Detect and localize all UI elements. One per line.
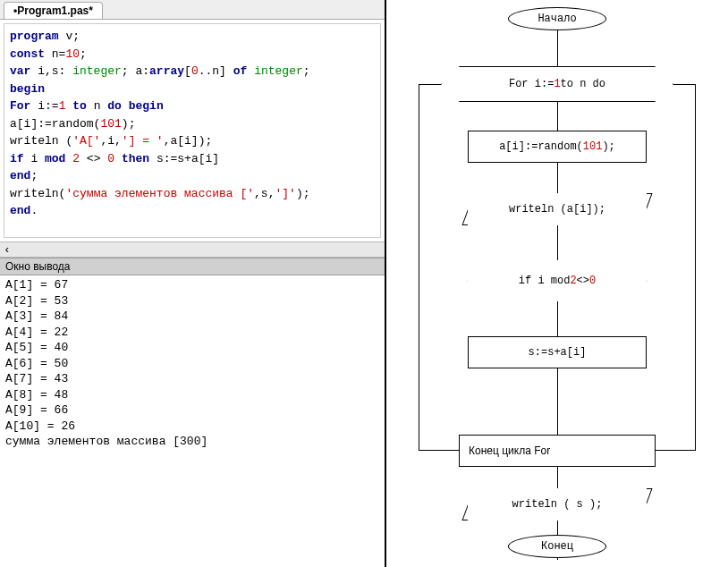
output-panel[interactable]: A[1] = 67 A[2] = 53 A[3] = 84 A[4] = 22 … [0, 275, 385, 567]
output-line: A[6] = 50 [5, 357, 68, 370]
kw-begin: begin [10, 82, 45, 96]
kw-var: var [10, 64, 30, 78]
flow-assign: a[i]:=random(101); [468, 131, 647, 163]
code-editor[interactable]: program v; const n=10; var i,s: integer;… [4, 23, 381, 238]
flow-end: Конец [508, 535, 606, 558]
file-tab[interactable]: •Program1.pas* [4, 2, 103, 19]
flowchart-panel: Начало For i:=1 to n do a[i]:=random(101… [386, 0, 728, 567]
flow-end-for: Конец цикла For [459, 435, 656, 467]
horizontal-scrollbar[interactable]: ‹ [0, 241, 385, 258]
scroll-left-icon[interactable]: ‹ [4, 243, 11, 257]
output-line: A[1] = 67 [5, 278, 68, 292]
tab-bar: •Program1.pas* [0, 0, 385, 20]
flow-start: Начало [508, 7, 606, 30]
output-line: A[10] = 26 [5, 419, 75, 433]
flow-for: For i:=1 to n do [441, 66, 673, 102]
output-line: A[4] = 22 [5, 326, 68, 339]
output-line: A[2] = 53 [5, 294, 68, 308]
output-line: A[5] = 40 [5, 341, 68, 354]
kw-program: program [10, 30, 59, 43]
flow-condition: if i mod 2 <> 0 [468, 260, 647, 301]
output-line: A[7] = 43 [5, 372, 68, 385]
flow-writeln-ai: writeln (a[i]); [468, 193, 647, 225]
flow-sum: s:=s+a[i] [468, 336, 647, 368]
editor-panel: •Program1.pas* program v; const n=10; va… [0, 0, 386, 567]
output-line: A[9] = 66 [5, 403, 68, 417]
output-panel-header: Окно вывода [0, 258, 385, 275]
kw-const: const [10, 47, 45, 61]
output-line: сумма элементов массива [300] [5, 435, 207, 448]
flow-writeln-s: writeln ( s ); [468, 488, 647, 520]
output-line: A[8] = 48 [5, 388, 68, 402]
output-line: A[3] = 84 [5, 309, 68, 323]
